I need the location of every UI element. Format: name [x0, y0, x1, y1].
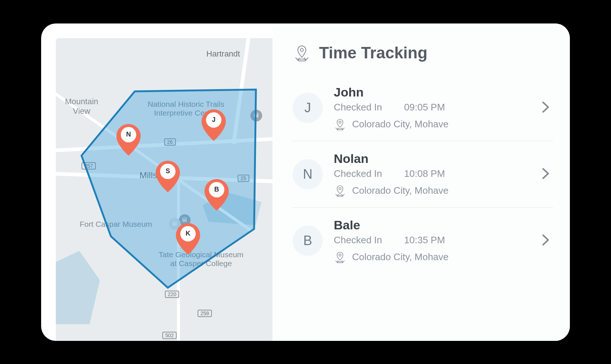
entry-body: Nolan Checked In 10:08 PM Colorado City,… — [334, 152, 527, 197]
panel-title: Time Tracking — [319, 44, 427, 62]
tracking-entry[interactable]: B Bale Checked In 10:35 PM Colorado City… — [293, 208, 553, 274]
chevron-right-icon[interactable] — [538, 97, 553, 119]
map-pin-icon — [293, 44, 311, 62]
map-panel[interactable]: Hartrandt Mountain View National Histori… — [56, 38, 272, 341]
entry-name: Bale — [334, 218, 527, 232]
avatar: B — [293, 226, 323, 256]
chevron-right-icon[interactable] — [538, 164, 553, 185]
map-pin-n[interactable]: N — [116, 124, 141, 156]
tracking-header: Time Tracking — [293, 44, 553, 62]
tracking-entry[interactable]: N Nolan Checked In 10:08 PM Colorado Cit… — [293, 141, 553, 208]
entry-status-row: Checked In 09:05 PM — [334, 102, 527, 113]
entry-time: 09:05 PM — [404, 102, 445, 113]
entry-body: Bale Checked In 10:35 PM Colorado City, … — [334, 218, 527, 263]
entry-status: Checked In — [334, 234, 382, 246]
svg-point-1 — [300, 48, 303, 51]
pin-label: J — [206, 112, 221, 128]
pin-label: N — [121, 127, 136, 142]
location-icon — [334, 251, 346, 263]
entry-location-text: Colorado City, Mohave — [352, 119, 449, 130]
avatar: N — [293, 159, 323, 189]
chevron-right-icon[interactable] — [538, 230, 553, 251]
entry-location: Colorado City, Mohave — [334, 118, 527, 131]
pin-label: S — [160, 164, 176, 179]
svg-point-3 — [339, 188, 341, 190]
tracking-entry[interactable]: J John Checked In 09:05 PM Colorado City… — [293, 75, 553, 141]
location-icon — [334, 118, 346, 131]
map-pin-j[interactable]: J — [202, 109, 226, 141]
time-tracking-card: Hartrandt Mountain View National Histori… — [41, 23, 570, 341]
entry-status: Checked In — [334, 168, 382, 179]
entry-status-row: Checked In 10:35 PM — [334, 234, 527, 246]
pin-label: B — [209, 182, 224, 197]
svg-point-2 — [339, 121, 341, 123]
map-pin-b[interactable]: B — [205, 179, 229, 211]
pin-label: K — [180, 226, 196, 241]
entry-status: Checked In — [334, 102, 382, 113]
map-pin-k[interactable]: K — [176, 223, 200, 255]
entry-name: John — [334, 85, 527, 99]
entry-status-row: Checked In 10:08 PM — [334, 168, 527, 179]
entry-time: 10:35 PM — [404, 234, 445, 246]
entry-location: Colorado City, Mohave — [334, 251, 527, 263]
entry-name: Nolan — [334, 152, 527, 166]
svg-point-4 — [339, 254, 341, 256]
avatar: J — [293, 93, 323, 123]
entry-time: 10:08 PM — [404, 168, 445, 179]
entry-location-text: Colorado City, Mohave — [352, 185, 449, 196]
tracking-panel: Time Tracking J John Checked In 09:05 PM… — [272, 23, 570, 341]
location-icon — [334, 185, 346, 197]
entry-location: Colorado City, Mohave — [334, 185, 527, 197]
map-pin-s[interactable]: S — [156, 161, 180, 192]
entry-location-text: Colorado City, Mohave — [352, 251, 449, 263]
entry-body: John Checked In 09:05 PM Colorado City, … — [334, 85, 527, 131]
entries-list: J John Checked In 09:05 PM Colorado City… — [293, 75, 553, 274]
